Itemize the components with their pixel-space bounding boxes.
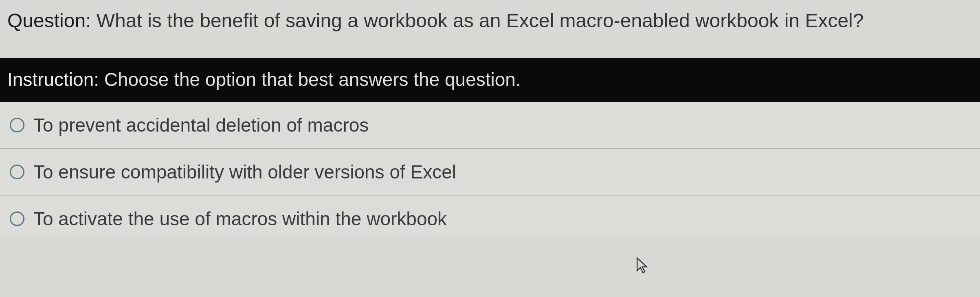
radio-icon[interactable]	[10, 118, 24, 132]
question-label: Question:	[7, 10, 91, 31]
instruction-bar: Instruction: Choose the option that best…	[0, 58, 980, 101]
option-label: To ensure compatibility with older versi…	[33, 161, 456, 183]
option-label: To activate the use of macros within the…	[33, 208, 447, 230]
options-list: To prevent accidental deletion of macros…	[0, 102, 980, 234]
instruction-label: Instruction:	[7, 69, 99, 90]
instruction-text: Choose the option that best answers the …	[104, 69, 521, 90]
radio-icon[interactable]	[10, 211, 24, 226]
option-label: To prevent accidental deletion of macros	[33, 114, 369, 136]
question-section: Question: What is the benefit of saving …	[0, 0, 980, 58]
question-text: What is the benefit of saving a workbook…	[97, 10, 864, 31]
option-row-0[interactable]: To prevent accidental deletion of macros	[0, 102, 980, 149]
option-row-2[interactable]: To activate the use of macros within the…	[0, 196, 980, 234]
option-row-1[interactable]: To ensure compatibility with older versi…	[0, 149, 980, 196]
radio-icon[interactable]	[10, 165, 24, 179]
cursor-icon	[635, 257, 652, 275]
